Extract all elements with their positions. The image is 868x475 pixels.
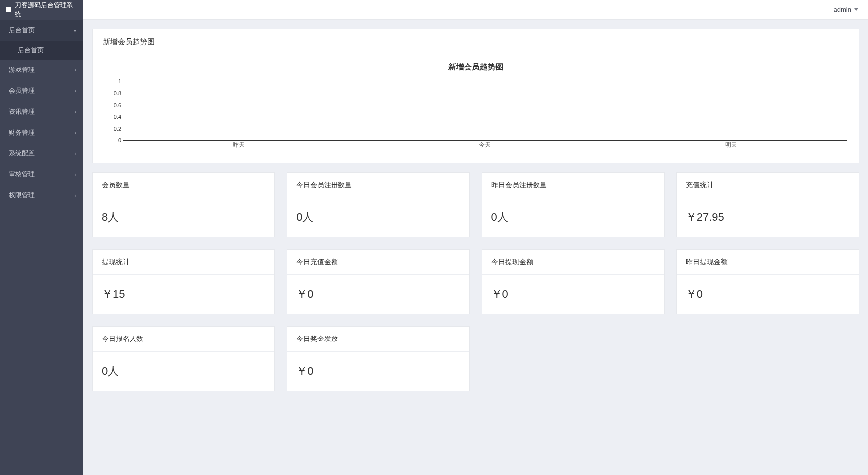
- card-title: 充值统计: [677, 173, 859, 198]
- card-title: 今日提现金额: [482, 250, 664, 275]
- card-title: 提现统计: [93, 250, 274, 275]
- card-withdraw-total: 提现统计 ￥15: [92, 249, 275, 314]
- nav-label: 权限管理: [9, 191, 35, 200]
- nav-sub-label: 后台首页: [18, 46, 44, 55]
- card-yesterday-register: 昨日会员注册数量 0人: [482, 172, 665, 237]
- ytick: 0.4: [108, 114, 121, 120]
- xtick: 今天: [479, 141, 491, 149]
- chart-panel-header: 新增会员趋势图: [93, 29, 859, 55]
- card-value: 0人: [482, 198, 664, 237]
- main: admin 新增会员趋势图 新增会员趋势图 1 0.8 0.6 0.4 0.2 …: [83, 0, 868, 475]
- nav-label: 资讯管理: [9, 107, 35, 116]
- nav-item-system[interactable]: 系统配置 ›: [0, 143, 83, 164]
- ytick: 0: [108, 137, 121, 143]
- topbar: admin: [83, 0, 868, 20]
- card-value: ￥0: [287, 275, 469, 314]
- ytick: 0.2: [108, 126, 121, 132]
- xtick: 明天: [725, 141, 737, 149]
- card-today-register: 今日会员注册数量 0人: [287, 172, 469, 237]
- brand-text: 刀客源码后台管理系统: [15, 1, 77, 19]
- chevron-right-icon: ›: [75, 68, 76, 73]
- card-value: ￥15: [93, 275, 274, 314]
- nav-label: 财务管理: [9, 128, 35, 137]
- card-title: 今日报名人数: [93, 327, 274, 352]
- card-value: 0人: [287, 198, 469, 237]
- card-value: ￥0: [287, 352, 469, 391]
- chart-axes: 1 0.8 0.6 0.4 0.2 0 昨天 今天 明天: [123, 81, 847, 141]
- nav-item-audit[interactable]: 审核管理 ›: [0, 164, 83, 185]
- nav-label: 审核管理: [9, 170, 35, 179]
- nav-label: 系统配置: [9, 149, 35, 158]
- nav-item-news[interactable]: 资讯管理 ›: [0, 101, 83, 122]
- chevron-down-icon: ▾: [74, 28, 76, 33]
- nav-item-member[interactable]: 会员管理 ›: [0, 80, 83, 101]
- cards-grid: 会员数量 8人 今日会员注册数量 0人 昨日会员注册数量 0人 充值统计 ￥27…: [92, 172, 859, 391]
- card-value: 0人: [93, 352, 274, 391]
- chevron-right-icon: ›: [75, 151, 76, 156]
- card-title: 今日充值金额: [287, 250, 469, 275]
- card-value: ￥0: [677, 275, 859, 314]
- card-title: 昨日提现金额: [677, 250, 859, 275]
- card-title: 今日会员注册数量: [287, 173, 469, 198]
- chevron-right-icon: ›: [75, 109, 76, 115]
- ytick: 0.8: [108, 90, 121, 96]
- card-yesterday-withdraw: 昨日提现金额 ￥0: [676, 249, 859, 314]
- nav-item-permission[interactable]: 权限管理 ›: [0, 185, 83, 205]
- card-title: 今日奖金发放: [287, 327, 469, 352]
- card-today-bonus: 今日奖金发放 ￥0: [287, 326, 469, 391]
- card-today-withdraw: 今日提现金额 ￥0: [482, 249, 665, 314]
- card-value: ￥0: [482, 275, 664, 314]
- chevron-right-icon: ›: [75, 130, 76, 136]
- card-member-count: 会员数量 8人: [92, 172, 275, 237]
- nav-item-home[interactable]: 后台首页 ▾: [0, 20, 83, 41]
- card-today-recharge: 今日充值金额 ￥0: [287, 249, 469, 314]
- card-value: 8人: [93, 198, 274, 237]
- chevron-right-icon: ›: [75, 88, 76, 94]
- brand: 刀客源码后台管理系统: [0, 0, 83, 20]
- ytick: 1: [108, 78, 121, 84]
- chart-panel: 新增会员趋势图 新增会员趋势图 1 0.8 0.6 0.4 0.2 0 昨天 今…: [92, 29, 859, 163]
- nav: 后台首页 ▾ 后台首页 游戏管理 › 会员管理 › 资讯管理 › 财务管理 › …: [0, 20, 83, 475]
- card-value: ￥27.95: [677, 198, 859, 237]
- nav-item-finance[interactable]: 财务管理 ›: [0, 122, 83, 143]
- nav-label: 后台首页: [9, 26, 35, 35]
- chart-area: 1 0.8 0.6 0.4 0.2 0 昨天 今天 明天: [123, 81, 847, 151]
- chevron-right-icon: ›: [75, 193, 76, 198]
- sidebar: 刀客源码后台管理系统 后台首页 ▾ 后台首页 游戏管理 › 会员管理 › 资讯管…: [0, 0, 83, 475]
- card-today-signup: 今日报名人数 0人: [92, 326, 275, 391]
- chart-title: 新增会员趋势图: [105, 62, 847, 72]
- chevron-right-icon: ›: [75, 172, 76, 177]
- card-recharge-total: 充值统计 ￥27.95: [676, 172, 859, 237]
- nav-label: 会员管理: [9, 86, 35, 95]
- card-title: 昨日会员注册数量: [482, 173, 664, 198]
- nav-sub-home[interactable]: 后台首页: [0, 41, 83, 60]
- nav-item-game[interactable]: 游戏管理 ›: [0, 60, 83, 80]
- chart-wrap: 新增会员趋势图 1 0.8 0.6 0.4 0.2 0 昨天 今天 明天: [93, 55, 859, 163]
- xtick: 昨天: [233, 141, 245, 149]
- nav-label: 游戏管理: [9, 66, 35, 74]
- content: 新增会员趋势图 新增会员趋势图 1 0.8 0.6 0.4 0.2 0 昨天 今…: [83, 20, 868, 475]
- caret-down-icon: [854, 8, 858, 11]
- ytick: 0.6: [108, 102, 121, 108]
- brand-icon: [6, 7, 11, 12]
- user-menu[interactable]: admin: [834, 6, 858, 13]
- card-title: 会员数量: [93, 173, 274, 198]
- user-name: admin: [834, 6, 851, 13]
